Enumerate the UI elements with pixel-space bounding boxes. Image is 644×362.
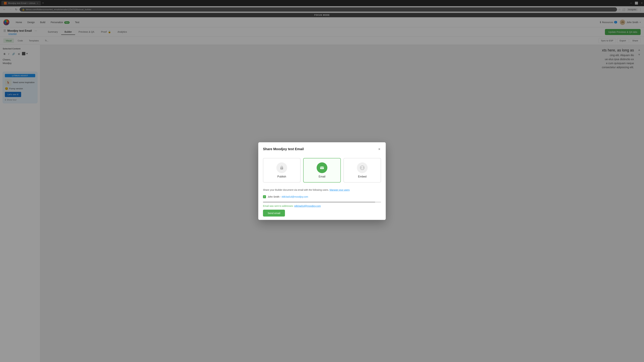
svg-rect-2	[320, 167, 324, 169]
email-label: Email	[319, 175, 325, 178]
modal-overlay[interactable]: Share Moodjoy test Email × Publish	[0, 0, 644, 362]
status-message: Email was sent to addresses: 4db3ad1d@mo…	[263, 205, 381, 207]
user-checkbox[interactable]: ✓	[263, 195, 266, 198]
publish-option[interactable]: Publish	[263, 158, 300, 183]
share-options: Publish Email	[258, 155, 386, 185]
email-option[interactable]: Email	[303, 158, 341, 183]
embed-option[interactable]: Embed	[344, 158, 381, 183]
share-description: Share your Builder document via email wi…	[263, 189, 381, 191]
share-modal: Share Moodjoy test Email × Publish	[258, 142, 386, 220]
modal-title: Share Moodjoy test Email	[263, 147, 304, 151]
email-icon	[317, 162, 327, 173]
manage-users-link[interactable]: Manage your users	[330, 189, 350, 191]
modal-close-button[interactable]: ×	[378, 146, 381, 152]
status-email-link[interactable]: 4db3ad1d@moodjoy.com	[294, 205, 321, 207]
modal-body: Share your Builder document via email wi…	[258, 185, 386, 220]
user-checkbox-row: ✓ John Smith - 4db3ad1d@moodjoy.com	[263, 194, 381, 200]
publish-label: Publish	[278, 175, 286, 178]
publish-icon	[276, 162, 287, 173]
send-email-button[interactable]: Send email	[263, 210, 285, 217]
user-email: 4db3ad1d@moodjoy.com	[282, 195, 308, 198]
modal-scrollbar-area	[263, 202, 381, 203]
user-checkbox-label: John Smith - 4db3ad1d@moodjoy.com	[268, 195, 308, 198]
svg-point-1	[282, 168, 282, 169]
embed-icon	[357, 162, 368, 173]
embed-label: Embed	[358, 175, 366, 178]
modal-header: Share Moodjoy test Email ×	[258, 142, 386, 155]
